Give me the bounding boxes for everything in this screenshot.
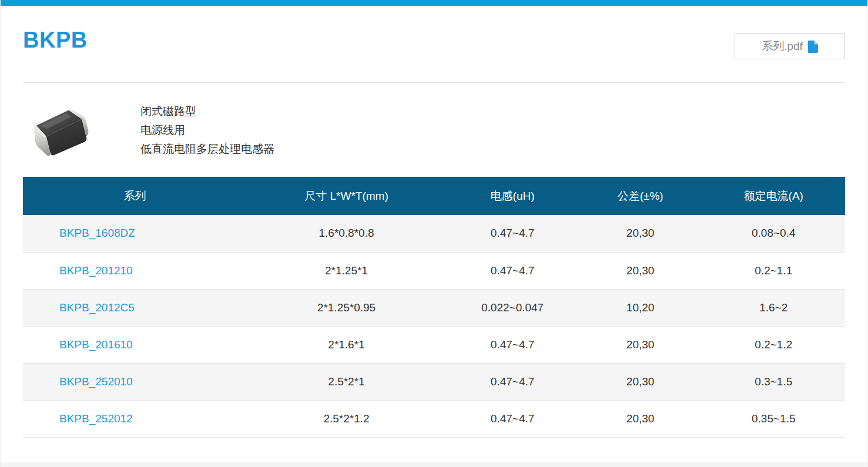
- series-pdf-download-button[interactable]: 系列.pdf: [735, 33, 845, 59]
- table-header-row: 系列 尺寸 L*W*T(mm) 电感(uH) 公差(±%) 额定电流(A): [23, 177, 845, 215]
- inductance-cell: 0.47~4.7: [446, 363, 578, 400]
- rated-current-cell: 0.08~0.4: [702, 215, 845, 252]
- series-link[interactable]: BKPB_252010: [59, 375, 133, 388]
- pdf-file-icon: [808, 41, 818, 53]
- size-cell: 1.6*0.8*0.8: [247, 215, 447, 252]
- inductance-cell: 0.47~4.7: [446, 252, 578, 289]
- series-cell: BKPB_201210: [23, 252, 247, 289]
- tolerance-cell: 10,20: [579, 289, 702, 326]
- tolerance-cell: 20,30: [579, 400, 702, 437]
- inductance-cell: 0.47~4.7: [446, 326, 578, 363]
- product-description: 闭式磁路型 电源线用 低直流电阻多层处理电感器: [140, 102, 274, 159]
- column-header-inductance: 电感(uH): [446, 177, 578, 215]
- table-row: BKPB_2012C5 2*1.25*0.95 0.022~0.047 10,2…: [23, 289, 845, 326]
- product-description-line: 电源线用: [140, 121, 274, 140]
- product-page: BKPB 系列.pdf: [0, 0, 868, 467]
- series-link[interactable]: BKPB_201610: [59, 338, 133, 351]
- size-cell: 2.5*2*1.2: [247, 400, 447, 437]
- tolerance-cell: 20,30: [579, 215, 702, 252]
- size-cell: 2*1.6*1: [247, 326, 447, 363]
- rated-current-cell: 1.6~2: [702, 289, 845, 326]
- size-cell: 2*1.25*1: [247, 252, 447, 289]
- series-cell: BKPB_201610: [23, 326, 247, 363]
- product-description-line: 低直流电阻多层处理电感器: [140, 140, 274, 159]
- rated-current-cell: 0.2~1.2: [702, 326, 845, 363]
- series-link[interactable]: BKPB_1608DZ: [59, 227, 135, 239]
- product-summary: 闭式磁路型 电源线用 低直流电阻多层处理电感器: [1, 102, 867, 161]
- inductance-cell: 0.47~4.7: [446, 215, 578, 252]
- series-link[interactable]: BKPB_252012: [59, 412, 133, 425]
- page-header: BKPB 系列.pdf: [1, 27, 867, 59]
- page-bottom-strip: [1, 462, 867, 467]
- inductance-cell: 0.47~4.7: [446, 400, 578, 437]
- product-image: [23, 102, 140, 159]
- product-description-line: 闭式磁路型: [140, 102, 274, 121]
- series-cell: BKPB_252012: [23, 400, 247, 437]
- header-divider: [23, 82, 845, 83]
- table-row: BKPB_1608DZ 1.6*0.8*0.8 0.47~4.7 20,30 0…: [23, 215, 845, 252]
- table-row: BKPB_201210 2*1.25*1 0.47~4.7 20,30 0.2~…: [23, 252, 845, 289]
- pdf-button-label: 系列.pdf: [762, 39, 803, 54]
- rated-current-cell: 0.3~1.5: [702, 363, 845, 400]
- series-cell: BKPB_252010: [23, 363, 247, 400]
- tolerance-cell: 20,30: [579, 252, 702, 289]
- chip-inductor-image: [28, 105, 89, 157]
- series-spec-table-wrap: 系列 尺寸 L*W*T(mm) 电感(uH) 公差(±%) 额定电流(A) BK…: [23, 177, 845, 438]
- inductance-cell: 0.022~0.047: [446, 289, 578, 326]
- size-cell: 2*1.25*0.95: [247, 289, 447, 326]
- series-spec-table: 系列 尺寸 L*W*T(mm) 电感(uH) 公差(±%) 额定电流(A) BK…: [23, 177, 845, 438]
- top-accent-bar: [1, 0, 867, 6]
- column-header-size: 尺寸 L*W*T(mm): [247, 177, 447, 215]
- column-header-tolerance: 公差(±%): [579, 177, 702, 215]
- series-link[interactable]: BKPB_2012C5: [59, 301, 135, 314]
- series-cell: BKPB_1608DZ: [23, 215, 247, 252]
- table-row: BKPB_252010 2.5*2*1 0.47~4.7 20,30 0.3~1…: [23, 363, 845, 400]
- tolerance-cell: 20,30: [579, 326, 702, 363]
- page-title: BKPB: [23, 27, 88, 53]
- series-cell: BKPB_2012C5: [23, 289, 247, 326]
- rated-current-cell: 0.2~1.1: [702, 252, 845, 289]
- table-row: BKPB_201610 2*1.6*1 0.47~4.7 20,30 0.2~1…: [23, 326, 845, 363]
- column-header-series: 系列: [23, 177, 247, 215]
- table-row: BKPB_252012 2.5*2*1.2 0.47~4.7 20,30 0.3…: [23, 400, 845, 437]
- series-link[interactable]: BKPB_201210: [59, 264, 133, 277]
- tolerance-cell: 20,30: [579, 363, 702, 400]
- rated-current-cell: 0.35~1.5: [702, 400, 845, 437]
- column-header-rated-current: 额定电流(A): [702, 177, 845, 215]
- size-cell: 2.5*2*1: [247, 363, 447, 400]
